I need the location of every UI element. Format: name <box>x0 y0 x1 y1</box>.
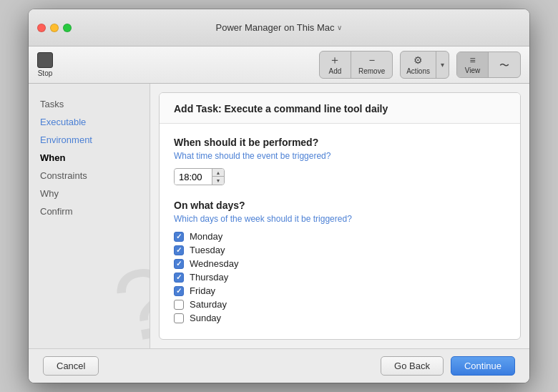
bg-question-icon: ? <box>106 242 150 348</box>
time-field-row: ▲ ▼ <box>174 168 506 185</box>
day-label-wednesday: Wednesday <box>190 258 238 269</box>
day-label-sunday: Sunday <box>190 313 221 323</box>
view-label: View <box>465 67 481 74</box>
sidebar-item-tasks[interactable]: Tasks <box>29 95 150 113</box>
gear-icon: ⚙ <box>413 54 423 66</box>
cancel-button[interactable]: Cancel <box>43 356 99 376</box>
sidebar: ? TasksExecutableEnvironmentWhenConstrai… <box>29 84 150 348</box>
checkbox-sunday[interactable] <box>174 313 184 323</box>
stop-icon <box>37 52 53 68</box>
day-label-thursday: Thursday <box>190 272 228 283</box>
sidebar-item-when[interactable]: When <box>29 149 150 167</box>
stop-label: Stop <box>38 69 53 77</box>
checkbox-tuesday[interactable] <box>174 245 184 255</box>
stop-button[interactable]: Stop <box>37 52 53 77</box>
time-increment-button[interactable]: ▲ <box>212 169 224 177</box>
actions-dropdown-button[interactable]: ▾ <box>436 52 449 78</box>
minus-icon: － <box>366 54 378 66</box>
main-panel: Add Task: Execute a command line tool da… <box>159 92 521 340</box>
traffic-lights <box>37 24 72 32</box>
window-title-text: Power Manager on This Mac <box>216 22 335 33</box>
titlebar: Power Manager on This Mac ∨ <box>29 9 529 46</box>
toolbar: Stop ＋ Add － Remove ⚙ Actions ▾ ≡ View <box>29 46 529 84</box>
time-section-title: When should it be performed? <box>174 137 506 148</box>
actions-group: ⚙ Actions ▾ <box>400 51 449 79</box>
day-label-tuesday: Tuesday <box>190 245 225 255</box>
actions-button[interactable]: ⚙ Actions <box>401 52 436 78</box>
window-title: Power Manager on This Mac ∨ <box>216 22 343 33</box>
main-body: When should it be performed? What time s… <box>160 124 520 339</box>
day-label-monday: Monday <box>190 231 222 242</box>
add-remove-group: ＋ Add － Remove <box>319 51 393 79</box>
continue-button[interactable]: Continue <box>451 356 515 376</box>
remove-label: Remove <box>358 67 385 75</box>
days-section: On what days? Which days of the week sho… <box>174 200 506 323</box>
day-label-saturday: Saturday <box>190 299 227 310</box>
day-row-tuesday: Tuesday <box>174 245 506 255</box>
days-section-title: On what days? <box>174 200 506 211</box>
actions-label: Actions <box>406 67 430 75</box>
content-area: ? TasksExecutableEnvironmentWhenConstrai… <box>29 84 529 348</box>
time-stepper: ▲ ▼ <box>212 169 224 185</box>
sidebar-item-confirm[interactable]: Confirm <box>29 202 150 220</box>
day-row-monday: Monday <box>174 231 506 242</box>
go-back-button[interactable]: Go Back <box>381 356 444 376</box>
sidebar-item-environment[interactable]: Environment <box>29 131 150 149</box>
checkbox-friday[interactable] <box>174 286 184 296</box>
day-row-saturday: Saturday <box>174 299 506 310</box>
chart-icon: 〜 <box>499 60 509 70</box>
add-button[interactable]: ＋ Add <box>320 52 351 78</box>
list-view-icon: ≡ <box>469 55 475 65</box>
chevron-down-icon: ∨ <box>337 24 342 31</box>
plus-icon: ＋ <box>329 54 341 66</box>
app-window: Power Manager on This Mac ∨ Stop ＋ Add －… <box>29 9 529 383</box>
checkbox-wednesday[interactable] <box>174 259 184 269</box>
day-row-sunday: Sunday <box>174 313 506 323</box>
sidebar-item-constraints[interactable]: Constraints <box>29 167 150 185</box>
time-input[interactable] <box>175 170 212 185</box>
day-label-friday: Friday <box>190 285 215 296</box>
checkbox-saturday[interactable] <box>174 300 184 310</box>
sidebar-item-why[interactable]: Why <box>29 185 150 202</box>
list-view-button[interactable]: ≡ View <box>457 52 489 77</box>
day-row-friday: Friday <box>174 285 506 296</box>
main-header-title: Add Task: Execute a command line tool da… <box>174 103 506 114</box>
maximize-button[interactable] <box>63 24 72 32</box>
time-decrement-button[interactable]: ▼ <box>212 177 224 185</box>
view-group: ≡ View 〜 <box>456 52 521 78</box>
checkbox-monday[interactable] <box>174 232 184 242</box>
sidebar-item-executable[interactable]: Executable <box>29 113 150 131</box>
days-section-subtitle: Which days of the week should it be trig… <box>174 214 506 224</box>
minimize-button[interactable] <box>50 24 59 32</box>
add-label: Add <box>329 67 342 75</box>
time-input-wrapper: ▲ ▼ <box>174 168 225 185</box>
chart-view-button[interactable]: 〜 <box>489 52 520 77</box>
remove-button[interactable]: － Remove <box>351 52 392 78</box>
time-section-subtitle: What time should the event be triggered? <box>174 151 506 161</box>
checkbox-thursday[interactable] <box>174 273 184 283</box>
footer: Cancel Go Back Continue <box>29 348 529 383</box>
close-button[interactable] <box>37 24 46 32</box>
main-header: Add Task: Execute a command line tool da… <box>160 93 520 124</box>
day-row-thursday: Thursday <box>174 272 506 283</box>
day-row-wednesday: Wednesday <box>174 258 506 269</box>
footer-right: Go Back Continue <box>381 356 515 376</box>
